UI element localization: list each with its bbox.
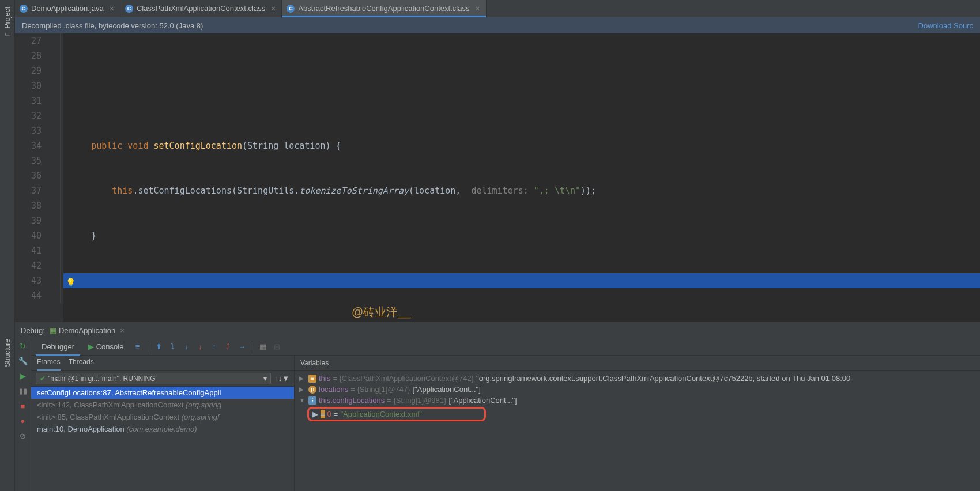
- code-editor[interactable]: 27 28 29 30 31 32 33 34 35 36 37 38 39 4…: [15, 33, 980, 322]
- tab-label: AbstractRefreshableConfigApplicationCont…: [298, 4, 469, 13]
- close-icon[interactable]: ×: [271, 4, 276, 13]
- debug-toolbar: Debugger ▶ Console ≡ ⬆ ⤵ ↓ ↓ ↑ ⤴ → ▦ ⊞: [31, 338, 980, 356]
- line-number: 40: [15, 228, 42, 243]
- decompiled-text: Decompiled .class file, bytecode version…: [22, 21, 203, 30]
- line-number: 31: [15, 93, 42, 108]
- highlighted-variable-box: ▶ ≡ 0 = "ApplicationContext.xml": [307, 407, 486, 421]
- variables-list[interactable]: ▶ ≡ this = {ClassPathXmlApplicationConte…: [295, 371, 980, 491]
- tab-abstract-refreshable[interactable]: C AbstractRefreshableConfigApplicationCo…: [282, 0, 486, 17]
- object-icon: ≡: [308, 375, 316, 383]
- variable-row[interactable]: ▶ p locations = {String[1]@747} ["Applic…: [295, 384, 980, 395]
- intention-bulb-icon[interactable]: 💡: [66, 275, 76, 290]
- debugger-tab[interactable]: Debugger: [36, 340, 80, 353]
- run-config-name: DemoApplication: [59, 326, 115, 335]
- debug-title: Debug:: [21, 326, 45, 335]
- variables-header: Variables: [295, 356, 980, 371]
- variables-panel: Variables ▶ ≡ this = {ClassPathXmlApplic…: [295, 356, 980, 491]
- frame-row[interactable]: setConfigLocations:87, AbstractRefreshab…: [31, 387, 294, 399]
- run-to-cursor-icon[interactable]: →: [236, 341, 247, 353]
- equals-text: =: [334, 410, 338, 418]
- frame-row[interactable]: <init>:85, ClassPathXmlApplicationContex…: [31, 411, 294, 423]
- debug-action-toolbar: ↻ 🔧 ▶ ▮▮ ■ ● ⊘: [15, 338, 31, 491]
- line-number: 27: [15, 33, 42, 48]
- project-label: Project: [3, 7, 12, 28]
- stop-icon[interactable]: ■: [18, 401, 28, 411]
- drop-frame-icon[interactable]: ⤴: [222, 341, 233, 353]
- class-file-icon: C: [287, 5, 295, 13]
- line-number: 34: [15, 138, 42, 153]
- tab-classpath-xml[interactable]: C ClassPathXmlApplicationContext.class ×: [120, 0, 282, 17]
- filter-icon[interactable]: ▼: [282, 374, 289, 383]
- run-config-icon: ▦: [50, 326, 56, 335]
- thread-selector-row: ✔ "main"@1 in gr..."main": RUNNING ▾ ↑ ↓…: [31, 371, 294, 387]
- debug-header: Debug: ▦ DemoApplication ×: [15, 322, 980, 338]
- step-out-icon[interactable]: ↑: [208, 341, 220, 353]
- frame-row[interactable]: main:10, DemoApplication (com.example.de…: [31, 423, 294, 435]
- line-number: 43: [15, 273, 42, 288]
- collapse-icon[interactable]: ▼: [299, 397, 306, 403]
- code-content[interactable]: 💡 public void setConfigLocation(String l…: [63, 33, 980, 322]
- trace-current-stream-icon[interactable]: ⊞: [271, 341, 282, 353]
- active-tab-underline: [282, 16, 485, 17]
- line-number: 41: [15, 243, 42, 258]
- indent-guide: [60, 33, 61, 303]
- index-label: 0: [327, 410, 331, 418]
- close-icon[interactable]: ×: [475, 4, 480, 13]
- resume-icon[interactable]: ▶: [18, 371, 28, 381]
- download-sources-link[interactable]: Download Sourc: [918, 21, 973, 30]
- structure-label: Structure: [3, 339, 12, 367]
- frames-panel: Frames Threads ✔ "main"@1 in gr..."main"…: [31, 356, 295, 491]
- separator: [148, 342, 148, 352]
- fold-gutter[interactable]: [55, 33, 63, 322]
- expand-icon[interactable]: ▶: [312, 410, 318, 418]
- modify-run-icon[interactable]: 🔧: [18, 356, 28, 366]
- variable-row[interactable]: ▶ ≡ this = {ClassPathXmlApplicationConte…: [295, 373, 980, 384]
- line-number: 44: [15, 288, 42, 303]
- frames-tab[interactable]: Frames: [37, 358, 61, 368]
- console-tab[interactable]: ▶ Console: [82, 340, 129, 353]
- line-number: 37: [15, 183, 42, 198]
- array-icon: ⁝: [308, 396, 316, 405]
- tab-demo-application[interactable]: C DemoApplication.java ×: [15, 0, 120, 17]
- line-number: 28: [15, 48, 42, 63]
- line-number: 39: [15, 213, 42, 228]
- rerun-icon[interactable]: ↻: [18, 341, 28, 351]
- decompiled-notice-bar: Decompiled .class file, bytecode version…: [15, 17, 980, 33]
- element-icon: ≡: [321, 410, 325, 418]
- threads-tab[interactable]: Threads: [69, 358, 94, 368]
- project-tool-tab[interactable]: ▭ Project: [2, 2, 13, 43]
- folder-icon: ▭: [3, 31, 12, 39]
- line-number-gutter: 27 28 29 30 31 32 33 34 35 36 37 38 39 4…: [15, 33, 55, 322]
- line-number: 35: [15, 153, 42, 168]
- mute-breakpoints-icon[interactable]: ⊘: [18, 430, 28, 441]
- line-number: 33: [15, 123, 42, 138]
- line-number: 32: [15, 108, 42, 123]
- tab-label: ClassPathXmlApplicationContext.class: [137, 4, 265, 13]
- chevron-down-icon: ▾: [263, 375, 267, 383]
- show-execution-point-icon[interactable]: ⬆: [153, 341, 164, 353]
- structure-tool-tab[interactable]: Structure: [2, 334, 13, 372]
- expand-icon[interactable]: ▶: [299, 375, 306, 382]
- evaluate-icon[interactable]: ▦: [257, 341, 269, 353]
- pause-icon[interactable]: ▮▮: [18, 386, 28, 396]
- frame-row[interactable]: <init>:142, ClassPathXmlApplicationConte…: [31, 399, 294, 411]
- thread-combo[interactable]: ✔ "main"@1 in gr..."main": RUNNING ▾: [36, 373, 271, 384]
- expand-icon[interactable]: ▶: [299, 386, 306, 392]
- left-sidebar: ▭ Project Structure: [0, 0, 15, 491]
- threads-icon[interactable]: ≡: [131, 341, 143, 353]
- frames-list[interactable]: setConfigLocations:87, AbstractRefreshab…: [31, 387, 294, 491]
- force-step-into-icon[interactable]: ↓: [194, 341, 206, 353]
- variables-label: Variables: [300, 359, 329, 367]
- step-into-icon[interactable]: ↓: [180, 341, 192, 353]
- step-over-icon[interactable]: ⤵: [167, 341, 178, 353]
- check-icon: ✔: [40, 375, 46, 383]
- view-breakpoints-icon[interactable]: ●: [18, 416, 28, 426]
- class-file-icon: C: [125, 5, 133, 13]
- close-icon[interactable]: ×: [110, 4, 114, 13]
- close-icon[interactable]: ×: [120, 326, 125, 335]
- debug-panel: Debug: ▦ DemoApplication × ↻ 🔧 ▶ ▮▮ ■ ● …: [15, 322, 980, 491]
- value-text: "ApplicationContext.xml": [340, 410, 421, 418]
- variable-row[interactable]: ▼ ⁝ this.configLocations = {String[1]@98…: [295, 395, 980, 406]
- thread-label: "main"@1 in gr..."main": RUNNING: [48, 375, 156, 383]
- execution-line-highlight: [63, 273, 980, 288]
